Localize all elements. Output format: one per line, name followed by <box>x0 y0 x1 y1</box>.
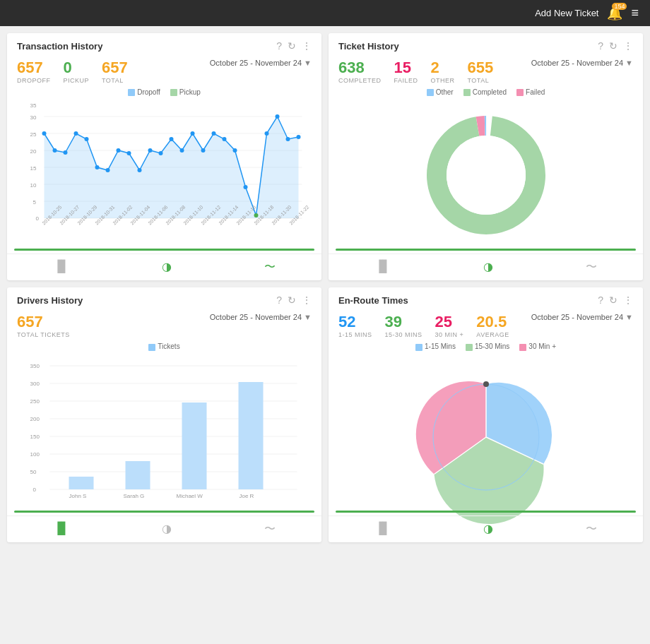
bar-chart-icon[interactable]: ▐▌ <box>374 522 391 537</box>
svg-rect-75 <box>69 477 94 489</box>
stat-label: 30 MIN + <box>435 331 464 338</box>
card-header: En-Route Times ? ↻ ⋮ <box>329 287 643 310</box>
refresh-icon[interactable]: ↻ <box>609 40 618 52</box>
stat-value: 52 <box>338 313 372 331</box>
chart-legend: Dropoff Pickup <box>7 88 321 96</box>
svg-point-24 <box>138 168 142 172</box>
legend-tickets: Tickets <box>148 342 179 350</box>
svg-point-31 <box>212 131 216 136</box>
svg-text:50: 50 <box>30 469 37 475</box>
notification-bell[interactable]: 🔔 154 <box>607 6 622 21</box>
progress-bar <box>336 249 636 251</box>
bar-chart-icon[interactable]: ▐▌ <box>53 260 69 275</box>
svg-point-15 <box>42 131 47 136</box>
refresh-icon[interactable]: ↻ <box>609 294 618 306</box>
bar-chart-icon[interactable]: ▐▌ <box>374 260 391 275</box>
card-stats: 657 TOTAL TICKETS October 25 - November … <box>7 310 321 342</box>
stat-label: AVERAGE <box>476 331 509 338</box>
wave-icon[interactable]: 〜 <box>264 522 276 537</box>
help-icon[interactable]: ? <box>598 40 603 52</box>
svg-point-36 <box>265 131 269 136</box>
stat-1-15: 52 1-15 MINS <box>338 313 372 338</box>
legend-other: Other <box>427 88 454 96</box>
stat-value: 638 <box>338 59 382 77</box>
stat-dropoff: 657 DROPOFF <box>17 59 51 84</box>
svg-point-32 <box>223 137 227 141</box>
date-range[interactable]: October 25 - November 24 ▼ <box>210 59 312 67</box>
svg-point-30 <box>201 148 206 153</box>
svg-point-39 <box>297 135 301 139</box>
svg-text:250: 250 <box>30 398 40 405</box>
svg-point-38 <box>286 137 290 141</box>
pie-chart-icon[interactable]: ◑ <box>483 260 493 275</box>
card-actions: ? ↻ ⋮ <box>276 294 312 306</box>
legend-15-30: 15-30 Mins <box>466 342 509 350</box>
svg-text:150: 150 <box>30 434 40 440</box>
card-stats: 638 COMPLETED 15 FAILED 2 OTHER 655 TOTA… <box>329 56 643 88</box>
svg-point-88 <box>483 381 489 387</box>
svg-point-21 <box>106 168 110 172</box>
svg-text:20: 20 <box>30 148 37 155</box>
card-actions: ? ↻ ⋮ <box>276 40 312 52</box>
drivers-history-card: Drivers History ? ↻ ⋮ 657 TOTAL TICKETS … <box>7 287 321 542</box>
stat-15-30: 39 15-30 MINS <box>385 313 422 338</box>
drivers-bar-chart: 0 50 100 150 200 250 300 350 <box>7 354 321 511</box>
card-actions: ? ↻ ⋮ <box>598 294 633 306</box>
bar-chart-icon[interactable]: ▐▌ <box>53 522 69 537</box>
wave-icon[interactable]: 〜 <box>586 522 597 537</box>
svg-point-58 <box>447 136 526 215</box>
stat-total-tickets: 657 TOTAL TICKETS <box>17 313 70 338</box>
dashboard-grid: Transaction History ? ↻ ⋮ 657 DROPOFF 0 … <box>0 26 650 549</box>
help-icon[interactable]: ? <box>598 294 603 306</box>
date-range[interactable]: October 25 - November 24 ▼ <box>210 313 312 321</box>
svg-text:35: 35 <box>30 102 37 109</box>
card-title: Drivers History <box>17 295 83 306</box>
svg-point-23 <box>127 151 131 155</box>
menu-icon[interactable]: ≡ <box>631 6 639 20</box>
help-icon[interactable]: ? <box>276 294 282 306</box>
card-footer: ▐▌ ◑ 〜 <box>329 515 643 542</box>
stat-other: 2 OTHER <box>431 59 455 84</box>
card-title: En-Route Times <box>338 295 408 306</box>
stat-value: 20.5 <box>476 313 509 331</box>
add-new-ticket-button[interactable]: Add New Ticket <box>535 8 598 18</box>
svg-text:10: 10 <box>30 182 37 189</box>
svg-text:15: 15 <box>30 165 37 172</box>
pie-chart-icon[interactable]: ◑ <box>162 522 172 537</box>
more-icon[interactable]: ⋮ <box>623 40 633 52</box>
more-icon[interactable]: ⋮ <box>623 294 633 306</box>
svg-point-16 <box>53 148 57 153</box>
more-icon[interactable]: ⋮ <box>302 294 312 306</box>
stat-label: 15-30 MINS <box>385 331 422 338</box>
svg-text:0: 0 <box>36 215 40 222</box>
legend-pickup: Pickup <box>170 88 201 96</box>
card-title: Ticket History <box>338 41 399 52</box>
chart-legend: Other Completed Failed <box>329 88 643 96</box>
card-header: Transaction History ? ↻ ⋮ <box>7 33 321 56</box>
stat-value: 655 <box>468 59 494 77</box>
transaction-history-card: Transaction History ? ↻ ⋮ 657 DROPOFF 0 … <box>7 33 321 280</box>
svg-point-26 <box>159 151 163 155</box>
stat-label: TOTAL <box>468 77 494 84</box>
svg-text:0: 0 <box>33 487 37 493</box>
legend-failed: Failed <box>516 88 545 96</box>
date-range[interactable]: October 25 - November 24 ▼ <box>531 313 633 321</box>
stat-failed: 15 FAILED <box>394 59 418 84</box>
stat-value: 0 <box>64 59 90 77</box>
more-icon[interactable]: ⋮ <box>302 40 312 52</box>
card-header: Ticket History ? ↻ ⋮ <box>329 33 643 56</box>
refresh-icon[interactable]: ↻ <box>288 294 296 306</box>
wave-icon[interactable]: 〜 <box>264 260 276 275</box>
stat-value: 657 <box>17 59 51 77</box>
legend-dropoff: Dropoff <box>128 88 160 96</box>
stat-label: DROPOFF <box>17 77 51 84</box>
refresh-icon[interactable]: ↻ <box>288 40 296 52</box>
svg-point-29 <box>191 131 195 136</box>
stat-value: 2 <box>431 59 455 77</box>
pie-chart <box>329 354 643 511</box>
date-range[interactable]: October 25 - November 24 ▼ <box>531 59 633 67</box>
pie-chart-icon[interactable]: ◑ <box>162 260 172 275</box>
pie-chart-icon[interactable]: ◑ <box>483 522 493 537</box>
wave-icon[interactable]: 〜 <box>586 260 597 275</box>
help-icon[interactable]: ? <box>276 40 282 52</box>
